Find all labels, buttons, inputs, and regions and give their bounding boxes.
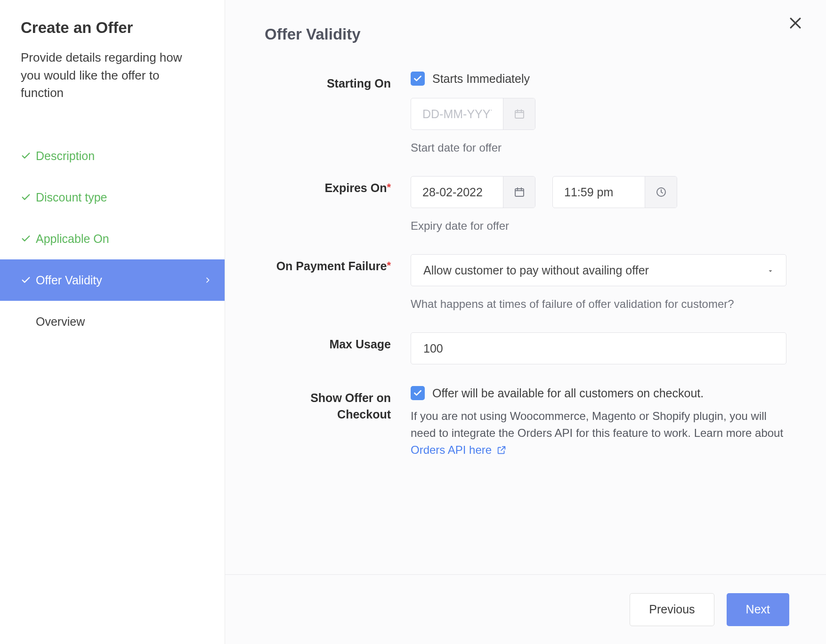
label-payment-failure-text: On Payment Failure [276, 259, 387, 273]
info-text-prefix: If you are not using Woocommerce, Magent… [411, 410, 783, 439]
label-max-usage: Max Usage [329, 338, 391, 351]
label-show-on-checkout: Show Offer on Checkout [310, 391, 391, 421]
expiry-time-input[interactable] [553, 177, 645, 208]
nav-item-discount-type[interactable]: Discount type [0, 177, 225, 218]
check-icon [413, 74, 422, 83]
label-expires-on: Expires On* [324, 181, 391, 194]
nav-item-offer-validity[interactable]: Offer Validity [0, 259, 225, 301]
expiry-time-field[interactable] [552, 176, 677, 208]
label-starting-on: Starting On [327, 77, 391, 90]
required-marker: * [387, 259, 391, 271]
help-payment-failure: What happens at times of failure of offe… [411, 298, 786, 311]
calendar-addon[interactable] [503, 98, 535, 129]
calendar-icon [514, 186, 525, 198]
label-expires-on-text: Expires On [324, 181, 387, 194]
calendar-icon [514, 108, 525, 120]
help-start-date: Start date for offer [411, 141, 786, 154]
external-link-icon [496, 445, 507, 455]
row-starting-on: Starting On Starts Immediately [265, 72, 786, 154]
payment-failure-selected: Allow customer to pay without availing o… [423, 264, 649, 277]
clock-addon[interactable] [645, 177, 677, 208]
form-area: Starting On Starts Immediately [225, 43, 826, 574]
calendar-addon[interactable] [503, 177, 535, 208]
row-payment-failure: On Payment Failure* Allow customer to pa… [265, 254, 786, 311]
nav-label: Overview [36, 315, 211, 329]
previous-button[interactable]: Previous [630, 593, 714, 626]
expiry-date-input[interactable] [411, 177, 503, 208]
orders-api-link-text: Orders API here [411, 442, 492, 459]
checkbox-show-on-checkout[interactable] [411, 386, 425, 400]
nav-item-description[interactable]: Description [0, 135, 225, 177]
sidebar: Create an Offer Provide details regardin… [0, 0, 225, 644]
checkbox-label-starts-immediately: Starts Immediately [432, 72, 530, 86]
sidebar-description: Provide details regarding how you would … [21, 49, 225, 102]
close-button[interactable] [787, 15, 803, 33]
nav-item-applicable-on[interactable]: Applicable On [0, 218, 225, 259]
check-icon [21, 275, 36, 285]
sidebar-title: Create an Offer [21, 19, 225, 37]
nav-label: Description [36, 149, 211, 163]
max-usage-input[interactable] [411, 332, 786, 364]
required-marker: * [387, 181, 391, 193]
row-show-on-checkout: Show Offer on Checkout Offer will be ava… [265, 386, 786, 459]
chevron-right-icon [204, 276, 211, 284]
row-max-usage: Max Usage [265, 332, 786, 364]
checkbox-starts-immediately[interactable] [411, 72, 425, 86]
check-icon [21, 192, 36, 202]
next-button[interactable]: Next [727, 593, 789, 626]
nav-label: Discount type [36, 191, 211, 204]
label-payment-failure: On Payment Failure* [276, 259, 391, 273]
expiry-date-field[interactable] [411, 176, 535, 208]
start-date-input[interactable] [411, 98, 503, 129]
checkbox-label-show-on-checkout: Offer will be available for all customer… [432, 386, 704, 400]
clock-icon [656, 186, 667, 198]
nav-label: Applicable On [36, 232, 211, 246]
page-title: Offer Validity [265, 25, 786, 43]
nav-item-overview[interactable]: Overview [0, 301, 225, 342]
check-icon [21, 233, 36, 244]
main-panel: Offer Validity Starting On Starts Immedi… [225, 0, 826, 644]
nav-label: Offer Validity [36, 274, 204, 287]
svg-rect-0 [515, 111, 524, 118]
row-expires-on: Expires On* [265, 176, 786, 233]
info-show-on-checkout: If you are not using Woocommerce, Magent… [411, 408, 786, 459]
close-icon [787, 15, 803, 31]
wizard-nav: Description Discount type Applicable On … [0, 135, 225, 342]
help-expiry-date: Expiry date for offer [411, 219, 786, 233]
payment-failure-select[interactable]: Allow customer to pay without availing o… [411, 254, 786, 286]
main-header: Offer Validity [225, 0, 826, 43]
footer: Previous Next [225, 574, 826, 644]
chevron-down-icon [767, 264, 774, 277]
check-icon [21, 151, 36, 161]
check-icon [413, 388, 422, 398]
svg-rect-1 [515, 189, 524, 196]
orders-api-link[interactable]: Orders API here [411, 442, 507, 459]
start-date-field[interactable] [411, 98, 535, 130]
